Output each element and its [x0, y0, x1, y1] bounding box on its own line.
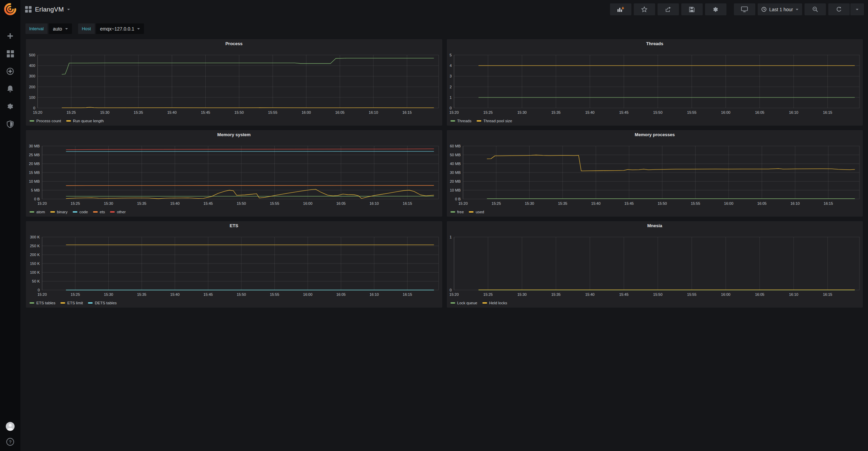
- explore-icon[interactable]: [6, 67, 15, 76]
- svg-text:3: 3: [449, 74, 451, 78]
- configuration-icon[interactable]: [6, 102, 15, 111]
- svg-text:16:10: 16:10: [790, 201, 800, 205]
- grafana-logo-icon[interactable]: [3, 2, 17, 16]
- legend-item[interactable]: atom: [30, 210, 45, 214]
- panel-title[interactable]: Process: [26, 39, 442, 48]
- svg-text:15:45: 15:45: [203, 292, 213, 296]
- legend-item[interactable]: Held locks: [482, 301, 507, 305]
- variable-host-value[interactable]: emqx~127.0.0.1: [96, 23, 144, 34]
- svg-text:15:30: 15:30: [104, 201, 113, 205]
- refresh-interval-dropdown[interactable]: [850, 3, 864, 15]
- legend-series-color: [88, 302, 93, 304]
- dashboard-title-button[interactable]: ErlangVM: [25, 6, 70, 13]
- legend-series-color: [450, 211, 455, 213]
- legend-series-color: [477, 120, 481, 122]
- panel-mnesia: Mnesia 15:2015:2515:3015:3515:4015:4515:…: [446, 221, 864, 308]
- panel-threads: Threads 15:2015:2515:3015:3515:4015:4515…: [446, 39, 864, 126]
- legend-series-color: [60, 302, 65, 304]
- legend-item[interactable]: code: [73, 210, 88, 214]
- svg-text:15:50: 15:50: [237, 201, 246, 205]
- legend-item[interactable]: other: [110, 210, 126, 214]
- panel-title[interactable]: ETS: [26, 221, 442, 230]
- legend-item[interactable]: Threads: [450, 119, 472, 123]
- legend-item[interactable]: ets: [93, 210, 105, 214]
- legend-series-label: atom: [36, 210, 45, 214]
- legend-series-color: [30, 211, 34, 213]
- threads-graph[interactable]: 15:2015:2515:3015:3515:4015:4515:5015:55…: [447, 48, 863, 117]
- time-range-label: Last 1 hour: [769, 7, 793, 12]
- legend-item[interactable]: ETS tables: [30, 301, 55, 305]
- variable-host: Host emqx~127.0.0.1: [78, 23, 144, 34]
- svg-text:15:40: 15:40: [591, 201, 601, 205]
- process-graph[interactable]: 15:2015:2515:3015:3515:4015:4515:5015:55…: [26, 48, 442, 117]
- dashboards-icon[interactable]: [6, 49, 15, 58]
- add-panel-button[interactable]: [610, 3, 631, 15]
- svg-text:25 MB: 25 MB: [29, 153, 40, 157]
- sidebar: ?: [0, 0, 20, 451]
- legend-item[interactable]: binary: [50, 210, 68, 214]
- legend-item[interactable]: Run queue length: [66, 119, 104, 123]
- svg-text:15 MB: 15 MB: [29, 170, 40, 175]
- dashboard-settings-button[interactable]: [705, 3, 726, 15]
- help-icon[interactable]: ?: [6, 437, 15, 446]
- mnesia-graph[interactable]: 15:2015:2515:3015:3515:4015:4515:5015:55…: [447, 230, 863, 299]
- save-dashboard-button[interactable]: [681, 3, 703, 15]
- legend-series-color: [30, 302, 34, 304]
- refresh-button[interactable]: [828, 3, 850, 15]
- legend-item[interactable]: Lock queue: [450, 301, 477, 305]
- server-admin-icon[interactable]: [6, 120, 15, 129]
- user-avatar[interactable]: [6, 422, 15, 431]
- panel-title[interactable]: Threads: [447, 39, 863, 48]
- svg-text:15:20: 15:20: [37, 292, 47, 296]
- ets-graph[interactable]: 15:2015:2515:3015:3515:4015:4515:5015:55…: [26, 230, 442, 299]
- memory-processes-graph[interactable]: 15:2015:2515:3015:3515:4015:4515:5015:55…: [447, 139, 863, 208]
- svg-text:16:05: 16:05: [757, 201, 767, 205]
- zoom-out-time-button[interactable]: [805, 3, 826, 15]
- alerting-icon[interactable]: [6, 85, 15, 93]
- legend-item[interactable]: Process count: [30, 119, 61, 123]
- svg-text:15:55: 15:55: [690, 201, 700, 205]
- ets-legend: ETS tablesETS limitDETS tables: [26, 299, 442, 307]
- share-icon: [665, 7, 671, 12]
- svg-text:16:00: 16:00: [303, 201, 313, 205]
- memory-system-graph[interactable]: 15:2015:2515:3015:3515:4015:4515:5015:55…: [26, 139, 442, 208]
- legend-item[interactable]: used: [469, 210, 484, 214]
- star-dashboard-button[interactable]: [634, 3, 655, 15]
- time-picker-button[interactable]: Last 1 hour: [758, 3, 802, 15]
- svg-text:30 MB: 30 MB: [29, 144, 40, 148]
- svg-text:16:00: 16:00: [303, 292, 313, 296]
- svg-text:15:30: 15:30: [517, 292, 527, 296]
- svg-text:15:50: 15:50: [237, 292, 246, 296]
- clock-icon: [761, 7, 767, 12]
- svg-text:16:15: 16:15: [403, 201, 412, 205]
- panel-title[interactable]: Memory system: [26, 130, 442, 139]
- legend-series-color: [93, 211, 98, 213]
- refresh-button-group: [828, 3, 864, 15]
- svg-text:15:40: 15:40: [170, 201, 180, 205]
- variable-interval-label: Interval: [25, 23, 48, 34]
- svg-text:200: 200: [29, 85, 35, 89]
- legend-item[interactable]: ETS limit: [60, 301, 83, 305]
- legend-item[interactable]: Thread pool size: [477, 119, 512, 123]
- svg-text:400: 400: [29, 64, 35, 68]
- svg-text:50 K: 50 K: [32, 279, 40, 283]
- share-dashboard-button[interactable]: [658, 3, 679, 15]
- threads-legend: ThreadsThread pool size: [447, 117, 863, 125]
- legend-item[interactable]: DETS tables: [88, 301, 117, 305]
- svg-text:15:20: 15:20: [458, 201, 468, 205]
- variable-interval-value[interactable]: auto: [49, 23, 72, 34]
- panel-title[interactable]: Memory processes: [447, 130, 863, 139]
- cycle-view-mode-button[interactable]: [734, 3, 755, 15]
- svg-text:0: 0: [38, 288, 40, 292]
- create-icon[interactable]: [6, 32, 15, 40]
- legend-series-color: [30, 120, 34, 122]
- svg-text:5 MB: 5 MB: [31, 188, 40, 192]
- svg-text:1: 1: [449, 95, 451, 100]
- panel-title[interactable]: Mnesia: [447, 221, 863, 230]
- variable-interval: Interval auto: [25, 23, 72, 34]
- svg-text:15:50: 15:50: [653, 292, 663, 296]
- svg-text:5: 5: [449, 53, 451, 57]
- svg-text:15:45: 15:45: [619, 292, 629, 296]
- svg-text:15:55: 15:55: [687, 292, 697, 296]
- legend-item[interactable]: free: [450, 210, 464, 214]
